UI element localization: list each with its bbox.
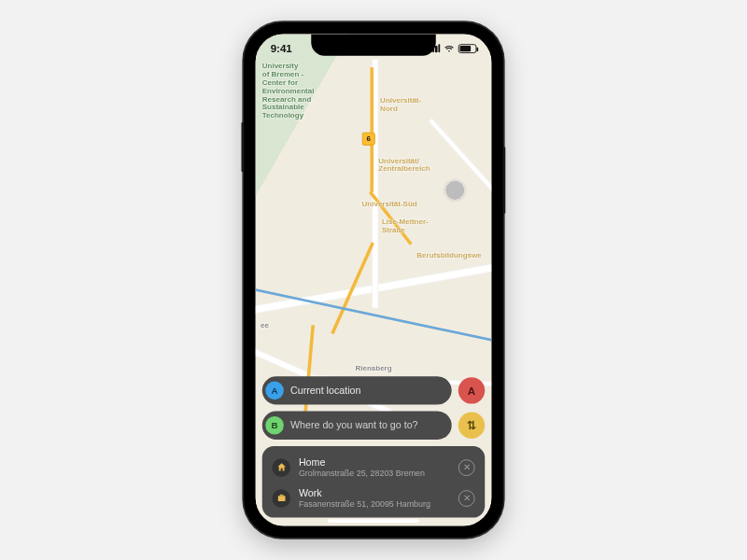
poi-label: Berufsbildungswe: [416, 252, 481, 260]
clear-route-button[interactable]: A: [458, 377, 485, 403]
poi-label: Universität- Nord: [380, 97, 421, 114]
remove-favorite-button[interactable]: ✕: [458, 459, 475, 476]
status-right: [430, 42, 477, 53]
swap-route-button[interactable]: ⇅: [458, 413, 485, 439]
notch: [311, 35, 436, 56]
battery-icon: [458, 44, 477, 53]
close-icon: ✕: [463, 493, 471, 504]
favorites-card: Home Grolmanstraße 25, 28203 Bremen ✕ Wo…: [262, 446, 486, 518]
current-location-marker[interactable]: [444, 178, 467, 202]
destination-badge: B: [265, 416, 284, 435]
remove-favorite-button[interactable]: ✕: [458, 490, 475, 507]
destination-row: B Where do you want to go to? ⇅: [262, 412, 486, 440]
briefcase-icon: [272, 489, 290, 508]
home-indicator[interactable]: [328, 519, 419, 523]
road-shield: 6: [362, 133, 375, 146]
close-icon: ✕: [463, 462, 471, 473]
poi-label: Lise-Meitner- Straße: [382, 218, 429, 235]
search-sheet: A Current location A B Where do you want…: [262, 376, 486, 517]
poi-label: University of Bremen - Center for Enviro…: [262, 63, 315, 120]
status-time: 9:41: [271, 42, 292, 54]
destination-placeholder: Where do you want to go to?: [290, 420, 418, 431]
poi-label: Universität-Süd: [362, 201, 417, 209]
wifi-icon: [444, 42, 455, 53]
origin-field[interactable]: A Current location: [262, 376, 452, 404]
favorite-title: Work: [299, 488, 450, 499]
favorite-subtitle: Grolmanstraße 25, 28203 Bremen: [299, 469, 450, 478]
favorite-title: Home: [299, 457, 450, 469]
screen: 9:41: [256, 35, 492, 526]
clear-route-label: A: [468, 385, 475, 397]
favorite-home[interactable]: Home Grolmanstraße 25, 28203 Bremen ✕: [271, 453, 477, 482]
origin-text: Current location: [290, 385, 360, 396]
phone-frame: 9:41: [244, 22, 503, 538]
poi-label: Riensberg: [355, 365, 391, 373]
destination-field[interactable]: B Where do you want to go to?: [262, 412, 452, 440]
origin-row: A Current location A: [262, 376, 486, 404]
swap-icon: ⇅: [467, 419, 476, 431]
origin-badge: A: [265, 382, 284, 400]
poi-label: ee: [261, 322, 269, 330]
home-icon: [272, 458, 290, 477]
poi-label: Universität/ Zentralbereich: [378, 157, 430, 174]
favorite-work[interactable]: Work Fasanenstraße 51, 20095 Hamburg ✕: [271, 483, 477, 512]
favorite-subtitle: Fasanenstraße 51, 20095 Hamburg: [299, 499, 450, 509]
